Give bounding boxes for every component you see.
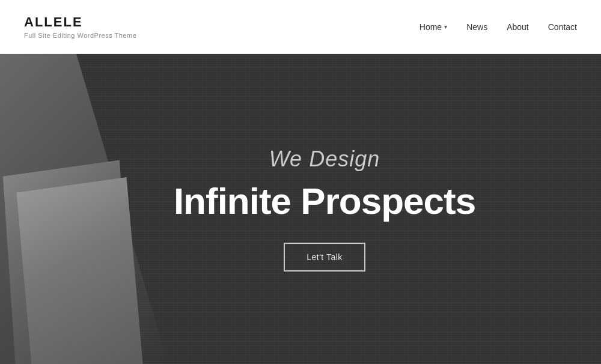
logo-subtitle: Full Site Editing WordPress Theme (24, 32, 136, 39)
logo-title[interactable]: ALLELE (24, 14, 136, 30)
main-nav: Home ▾ News About Contact (419, 22, 577, 32)
nav-item-home[interactable]: Home ▾ (419, 22, 447, 32)
hero-tagline: We Design (269, 147, 380, 172)
header: ALLELE Full Site Editing WordPress Theme… (0, 0, 601, 54)
hero-content: We Design Infinite Prospects Let't Talk (174, 147, 475, 271)
nav-item-contact[interactable]: Contact (548, 22, 577, 32)
nav-item-news[interactable]: News (466, 22, 487, 32)
hero-headline: Infinite Prospects (174, 181, 475, 220)
hero-section: We Design Infinite Prospects Let't Talk (0, 54, 601, 364)
chevron-down-icon: ▾ (444, 23, 447, 30)
logo-area: ALLELE Full Site Editing WordPress Theme (24, 14, 136, 39)
hero-cta-button[interactable]: Let't Talk (284, 243, 365, 271)
nav-item-about[interactable]: About (507, 22, 529, 32)
